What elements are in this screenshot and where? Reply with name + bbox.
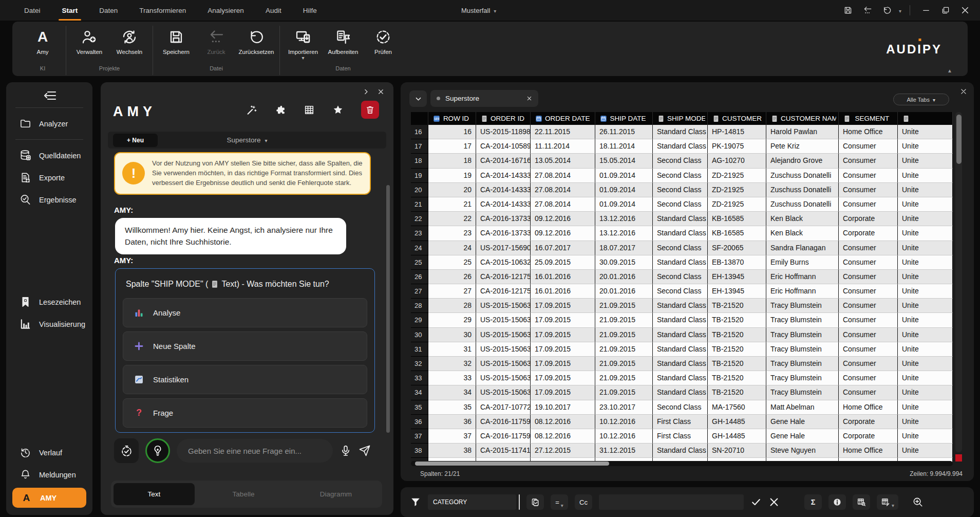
table-cell[interactable]: 37 xyxy=(428,429,476,444)
suggestions-button[interactable] xyxy=(145,438,170,463)
table-cell[interactable]: CA-2014-143336 xyxy=(476,197,531,212)
horizontal-scrollbar[interactable] xyxy=(411,461,953,466)
table-cell[interactable]: 27.08.2014 xyxy=(531,183,595,197)
table-cell[interactable]: Corporate xyxy=(839,212,898,226)
table-cell[interactable]: 08.12.2016 xyxy=(531,429,595,444)
table-cell[interactable]: TB-21520 xyxy=(708,342,766,357)
table-cell[interactable]: Unite xyxy=(898,299,953,313)
table-cell[interactable]: Unite xyxy=(898,212,953,226)
table-cell[interactable]: Unite xyxy=(898,139,953,154)
sidebar-item-quelldateien[interactable]: Quelldateien xyxy=(6,144,92,167)
table-cell[interactable]: TB-21520 xyxy=(708,299,766,313)
row-number-cell[interactable]: 17 xyxy=(411,139,428,154)
table-cell[interactable]: Eric Hoffmann xyxy=(766,270,839,284)
table-cell[interactable]: 17.09.2015 xyxy=(531,299,595,313)
table-cell[interactable]: Zuschuss Donatelli xyxy=(766,169,839,183)
table-cell[interactable]: 16.01.2016 xyxy=(531,284,595,299)
tab-text[interactable]: Text xyxy=(114,483,195,505)
table-cell[interactable]: Standard Class xyxy=(653,444,708,458)
table-cell[interactable]: Second Class xyxy=(653,241,708,255)
sidebar-item-amy[interactable]: AAMY xyxy=(12,488,86,508)
table-cell[interactable]: Consumer xyxy=(839,342,898,357)
table-cell[interactable]: CA-2016-117590 xyxy=(476,415,531,429)
table-cell[interactable]: 09.12.2016 xyxy=(531,212,595,226)
table-cell[interactable]: 36 xyxy=(428,415,476,429)
table-cell[interactable]: 17.09.2015 xyxy=(531,385,595,400)
table-cell[interactable]: Consumer xyxy=(839,241,898,255)
table-cell[interactable]: Tracy Blumstein xyxy=(766,342,839,357)
row-number-cell[interactable]: 26 xyxy=(411,270,428,284)
table-cell[interactable]: Corporate xyxy=(839,226,898,241)
sidebar-item-lesezeichen[interactable]: Lesezeichen xyxy=(6,291,92,313)
table-cell[interactable]: Consumer xyxy=(839,169,898,183)
table-cell[interactable]: 20.01.2016 xyxy=(595,270,653,284)
table-cell[interactable]: CA-2016-137330 xyxy=(476,212,531,226)
table-cell[interactable]: ZD-21925 xyxy=(708,183,766,197)
table-cell[interactable]: 29 xyxy=(428,313,476,327)
table-cell[interactable]: CA-2016-117590 xyxy=(476,429,531,444)
table-cell[interactable]: CA-2016-121755 xyxy=(476,284,531,299)
table-cell[interactable]: Tracy Blumstein xyxy=(766,313,839,327)
table-cell[interactable]: 20 xyxy=(428,183,476,197)
ribbon-button-importieren[interactable]: Importieren xyxy=(283,26,323,63)
table-cell[interactable]: 23 xyxy=(428,226,476,241)
maximize-button[interactable] xyxy=(938,3,953,17)
table-cell[interactable]: Unite xyxy=(898,241,953,255)
table-cell[interactable]: ZD-21925 xyxy=(708,169,766,183)
table-cell[interactable]: Eric Hoffmann xyxy=(766,284,839,299)
table-cell[interactable]: 27.08.2014 xyxy=(531,197,595,212)
table-cell[interactable]: 18.07.2017 xyxy=(595,241,653,255)
table-cell[interactable]: Standard Class xyxy=(653,371,708,385)
table-cell[interactable]: Standard Class xyxy=(653,226,708,241)
tab-diagramm[interactable]: Diagramm xyxy=(290,490,382,498)
table-cell[interactable]: TB-21520 xyxy=(708,328,766,342)
table-cell[interactable]: Unite xyxy=(898,400,953,415)
table-cell[interactable]: Unite xyxy=(898,313,953,327)
dataset-selector[interactable]: Superstore xyxy=(227,136,267,144)
ribbon-button-zurücksetzen[interactable]: Zurücksetzen xyxy=(236,26,276,63)
table-edit-button[interactable] xyxy=(877,494,898,510)
table-cell[interactable]: 22.11.2015 xyxy=(531,125,595,139)
table-cell[interactable]: Zuschuss Donatelli xyxy=(766,197,839,212)
row-number-cell[interactable]: 28 xyxy=(411,299,428,313)
table-cell[interactable]: CA-2015-106320 xyxy=(476,255,531,270)
table-cell[interactable]: CA-2015-117415 xyxy=(476,444,531,458)
table-cell[interactable]: Unite xyxy=(898,328,953,342)
amy-tool-table-grid-icon[interactable] xyxy=(304,104,315,116)
table-cell[interactable]: 25.09.2015 xyxy=(531,255,595,270)
undo-button[interactable] xyxy=(879,3,895,17)
ribbon-button-wechseln[interactable]: Wechseln xyxy=(109,26,149,63)
table-cell[interactable]: CA-2017-107727 xyxy=(476,400,531,415)
table-cell[interactable]: Standard Class xyxy=(653,125,708,139)
table-cell[interactable]: Gene Hale xyxy=(766,429,839,444)
table-cell[interactable]: Zuschuss Donatelli xyxy=(766,183,839,197)
table-cell[interactable]: 13.12.2016 xyxy=(595,212,653,226)
table-cell[interactable]: Consumer xyxy=(839,357,898,371)
ribbon-button-verwalten[interactable]: Verwalten xyxy=(69,26,109,63)
table-cell[interactable]: 11.11.2014 xyxy=(531,139,595,154)
table-cell[interactable]: Home Office xyxy=(839,400,898,415)
table-cell[interactable]: TB-21520 xyxy=(708,385,766,400)
row-number-cell[interactable]: 29 xyxy=(411,313,428,327)
row-number-cell[interactable]: 32 xyxy=(411,357,428,371)
table-cell[interactable]: Tracy Blumstein xyxy=(766,371,839,385)
row-number-cell[interactable]: 27 xyxy=(411,284,428,299)
sidebar-item-meldungen[interactable]: Meldungen xyxy=(6,464,92,486)
table-cell[interactable]: Consumer xyxy=(839,385,898,400)
table-cell[interactable]: Ken Black xyxy=(766,226,839,241)
filter-value-input[interactable] xyxy=(599,494,744,510)
table-cell[interactable]: 17.09.2015 xyxy=(531,371,595,385)
table-cell[interactable]: AG-10270 xyxy=(708,154,766,168)
row-number-cell[interactable]: 37 xyxy=(411,429,428,444)
ribbon-button-aufbereiten[interactable]: Aufbereiten xyxy=(323,26,363,63)
table-cell[interactable]: Standard Class xyxy=(653,139,708,154)
table-cell[interactable]: Tracy Blumstein xyxy=(766,357,839,371)
operator-button[interactable]: = xyxy=(551,494,568,510)
sidebar-item-ergebnisse[interactable]: Ergebnisse xyxy=(6,189,92,211)
table-cell[interactable]: 21.09.2015 xyxy=(595,357,653,371)
table-cell[interactable]: Second Class xyxy=(653,183,708,197)
table-cell[interactable]: Unite xyxy=(898,226,953,241)
row-number-cell[interactable]: 36 xyxy=(411,415,428,429)
table-cell[interactable]: 26.11.2015 xyxy=(595,125,653,139)
row-number-cell[interactable]: 22 xyxy=(411,212,428,226)
